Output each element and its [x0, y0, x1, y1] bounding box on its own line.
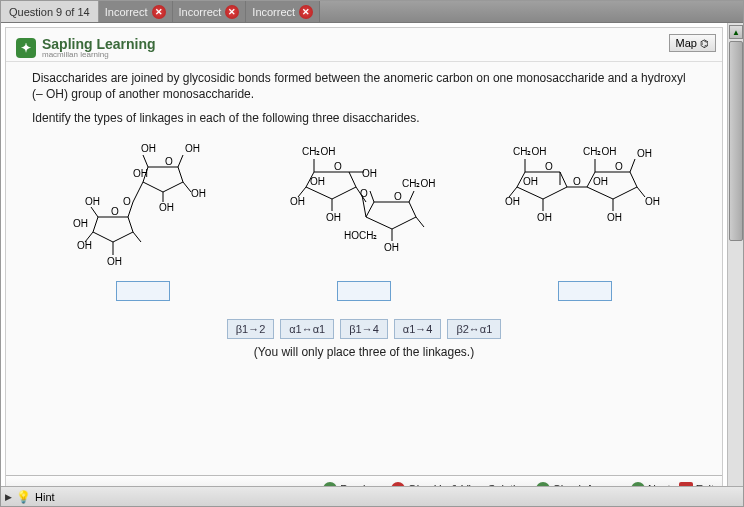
svg-text:OH: OH [77, 240, 92, 251]
answer-tiles-row: β1→2 α1↔α1 β1→4 α1→4 β2↔α1 [32, 319, 696, 339]
svg-line-55 [630, 159, 635, 172]
drop-slot-1[interactable] [116, 281, 170, 301]
svg-text:OH: OH [133, 168, 148, 179]
answer-tile[interactable]: β2↔α1 [447, 319, 501, 339]
app-frame: Question 9 of 14 Incorrect ✕ Incorrect ✕… [0, 0, 744, 507]
svg-text:OH: OH [593, 176, 608, 187]
attempt-label-2: Incorrect [179, 6, 222, 18]
svg-text:O: O [360, 188, 368, 199]
svg-text:OH: OH [310, 176, 325, 187]
svg-text:O: O [165, 156, 173, 167]
x-icon: ✕ [299, 5, 313, 19]
svg-line-8 [91, 207, 98, 217]
answer-tile[interactable]: β1→2 [227, 319, 275, 339]
lightbulb-icon: 💡 [16, 490, 31, 504]
svg-line-33 [409, 191, 414, 202]
attempt-tab-1[interactable]: Incorrect ✕ [99, 1, 173, 22]
sitemap-icon: ⌬ [700, 38, 709, 49]
brand-logo-icon: ✦ [16, 38, 36, 58]
svg-line-4 [143, 155, 148, 167]
svg-text:OH: OH [362, 168, 377, 179]
svg-text:O: O [334, 161, 342, 172]
attempt-label-1: Incorrect [105, 6, 148, 18]
svg-text:OH: OH [290, 196, 305, 207]
map-button[interactable]: Map ⌬ [669, 34, 716, 52]
disaccharide-diagram-3: CH₂OH CH₂OH O O OH OH OH OH OH OH OH O [505, 137, 665, 267]
svg-line-5 [178, 155, 183, 167]
svg-text:OH: OH [73, 218, 88, 229]
svg-marker-1 [93, 217, 133, 242]
svg-text:CH₂OH: CH₂OH [302, 146, 335, 157]
svg-line-2 [133, 182, 143, 202]
svg-line-32 [370, 191, 374, 202]
drop-slot-3[interactable] [558, 281, 612, 301]
svg-text:O: O [394, 191, 402, 202]
svg-text:HOCH₂: HOCH₂ [344, 230, 377, 241]
attempt-tab-3[interactable]: Incorrect ✕ [246, 1, 320, 22]
attempt-label-3: Incorrect [252, 6, 295, 18]
svg-text:OH: OH [107, 256, 122, 267]
svg-text:OH: OH [384, 242, 399, 253]
drop-target-row [32, 281, 696, 301]
map-button-label: Map [676, 37, 697, 49]
attempt-tab-2[interactable]: Incorrect ✕ [173, 1, 247, 22]
svg-text:CH₂OH: CH₂OH [402, 178, 435, 189]
answer-tile[interactable]: α1↔α1 [280, 319, 334, 339]
svg-text:OH: OH [505, 196, 520, 207]
svg-line-56 [637, 187, 645, 197]
question-body: Disaccharides are joined by glycosidic b… [6, 62, 722, 377]
question-counter-tab[interactable]: Question 9 of 14 [1, 1, 99, 22]
disaccharide-diagram-1: OH OH O OH OH OH O OH OH OH OH O [63, 137, 223, 267]
svg-text:OH: OH [191, 188, 206, 199]
scroll-up-arrow-icon[interactable]: ▲ [729, 25, 743, 39]
x-icon: ✕ [152, 5, 166, 19]
svg-text:OH: OH [141, 143, 156, 154]
svg-text:OH: OH [159, 202, 174, 213]
answer-tile[interactable]: α1→4 [394, 319, 442, 339]
scroll-thumb[interactable] [729, 41, 743, 241]
top-bar: Question 9 of 14 Incorrect ✕ Incorrect ✕… [1, 1, 743, 23]
svg-line-11 [133, 232, 141, 242]
svg-text:O: O [545, 161, 553, 172]
svg-line-6 [183, 182, 191, 192]
brand-row: ✦ Sapling Learning macmillan learning [6, 28, 722, 62]
svg-text:O: O [111, 206, 119, 217]
question-para-2: Identify the types of linkages in each o… [32, 110, 696, 126]
svg-text:OH: OH [185, 143, 200, 154]
svg-marker-25 [366, 202, 416, 229]
svg-text:OH: OH [637, 148, 652, 159]
hint-label: Hint [35, 491, 55, 503]
x-icon: ✕ [225, 5, 239, 19]
main-area: Map ⌬ ✦ Sapling Learning macmillan learn… [1, 23, 743, 506]
svg-text:CH₂OH: CH₂OH [583, 146, 616, 157]
svg-text:O: O [615, 161, 623, 172]
svg-text:OH: OH [645, 196, 660, 207]
svg-text:OH: OH [85, 196, 100, 207]
drop-slot-2[interactable] [337, 281, 391, 301]
svg-marker-0 [143, 167, 183, 192]
svg-text:CH₂OH: CH₂OH [513, 146, 546, 157]
hint-bar[interactable]: ▶ 💡 Hint [1, 486, 743, 506]
svg-text:OH: OH [607, 212, 622, 223]
diagrams-row: OH OH O OH OH OH O OH OH OH OH O [32, 137, 696, 267]
svg-text:O: O [123, 196, 131, 207]
tiles-note: (You will only place three of the linkag… [32, 345, 696, 359]
answer-tile[interactable]: β1→4 [340, 319, 388, 339]
svg-text:O: O [573, 176, 581, 187]
disaccharide-diagram-2: CH₂OH O OH OH OH OH CH₂OH O HOCH₂ OH O [284, 137, 444, 267]
svg-line-34 [416, 217, 424, 227]
expand-arrow-icon: ▶ [5, 492, 12, 502]
svg-text:OH: OH [537, 212, 552, 223]
svg-text:OH: OH [326, 212, 341, 223]
question-counter-label: Question 9 of 14 [9, 6, 90, 18]
content-pane: Map ⌬ ✦ Sapling Learning macmillan learn… [5, 27, 723, 502]
vertical-scrollbar[interactable]: ▲ ▼ [727, 23, 743, 506]
svg-text:OH: OH [523, 176, 538, 187]
question-para-1: Disaccharides are joined by glycosidic b… [32, 70, 696, 102]
brand-text-block: Sapling Learning macmillan learning [42, 36, 156, 59]
